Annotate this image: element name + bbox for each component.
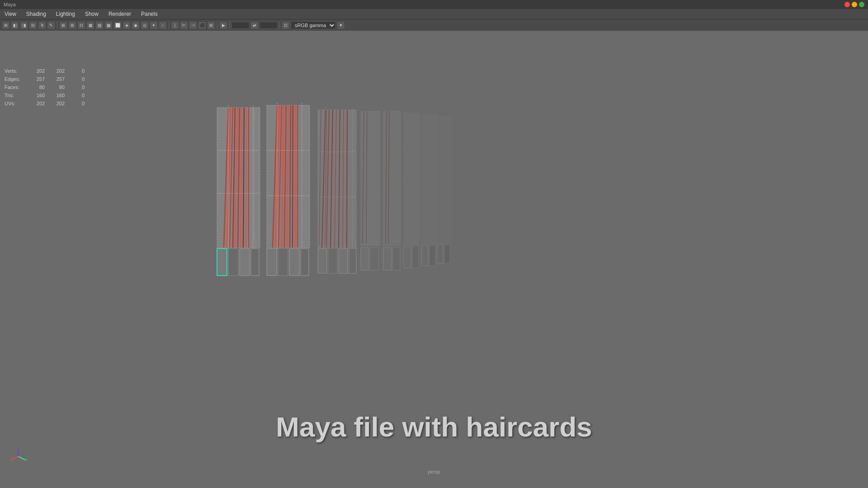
colorspace-dropdown[interactable]: sRGB gamma (291, 21, 336, 29)
svg-rect-69 (444, 244, 450, 263)
stat-val-verts-2: 202 (47, 67, 65, 75)
toolbar-btn-14[interactable]: ◈ (123, 21, 131, 29)
svg-rect-54 (349, 249, 356, 273)
toolbar-btn-3[interactable]: ◨ (20, 21, 28, 29)
svg-line-46 (347, 110, 347, 248)
toolbar-btn-20[interactable]: ⊢ (180, 21, 188, 29)
toolbar-btn-2[interactable]: ◧ (11, 21, 19, 29)
toolbar-btn-5[interactable]: 🖱 (38, 21, 46, 29)
window-controls (844, 2, 864, 7)
toolbar-btn-22[interactable]: ⬛ (198, 21, 206, 29)
svg-rect-51 (318, 249, 327, 273)
stat-row-edges: Edges: 257 257 0 (5, 75, 85, 83)
stat-val-uvs-1: 202 (27, 99, 45, 108)
toolbar: ⊞ ◧ ◨ ⊟ 🖱 ✎ ⊞ ⊞ ⊡ ▦ ▨ ▩ ⬜ ◈ ◉ ◎ ✦ ○ | ⊢ … (0, 19, 868, 31)
toolbar-btn-18[interactable]: ○ (159, 21, 167, 29)
menu-shading[interactable]: Shading (24, 10, 49, 18)
value2-input[interactable]: 1.00 (259, 22, 278, 29)
toolbar-btn-17[interactable]: ✦ (150, 21, 158, 29)
menu-bar: View Shading Lighting Show Renderer Pane… (0, 9, 868, 19)
svg-rect-66 (429, 245, 435, 266)
svg-rect-38 (301, 249, 309, 276)
stat-val-tris-1: 160 (27, 91, 45, 99)
stat-label-tris: Tris: (5, 91, 25, 99)
axis-x-label: X (26, 458, 27, 461)
svg-rect-15 (217, 249, 227, 276)
svg-rect-63 (412, 246, 419, 268)
svg-rect-68 (437, 244, 443, 263)
stat-val-edges-3: 0 (66, 75, 85, 83)
stat-val-tris-2: 160 (47, 91, 65, 99)
stat-label-uvs: UVs: (5, 99, 25, 108)
app-title: Maya (4, 2, 16, 7)
toolbar-btn-4[interactable]: ⊟ (29, 21, 37, 29)
svg-rect-18 (251, 249, 259, 276)
svg-line-78 (11, 456, 18, 460)
toolbar-btn-21[interactable]: ⊣ (189, 21, 197, 29)
stat-row-verts: Verts: 202 202 0 (5, 67, 85, 75)
stat-val-verts-1: 202 (27, 67, 45, 75)
separator-3 (217, 22, 217, 29)
value1-input[interactable]: 0.00 (231, 22, 250, 29)
stat-label-edges: Edges: (5, 75, 25, 83)
toolbar-btn-19[interactable]: | (171, 21, 179, 29)
close-button[interactable] (844, 2, 850, 7)
toolbar-btn-24[interactable]: ▶ (219, 21, 227, 29)
toolbar-btn-display[interactable]: ⊡ (282, 21, 290, 29)
toolbar-btn-10[interactable]: ▦ (86, 21, 94, 29)
toolbar-btn-11[interactable]: ▨ (95, 21, 104, 29)
svg-line-27 (290, 105, 291, 248)
minimize-button[interactable] (852, 2, 857, 7)
svg-rect-35 (267, 249, 277, 276)
viewport: Verts: 202 202 0 Edges: 257 257 0 Faces:… (0, 31, 868, 479)
menu-view[interactable]: View (2, 10, 19, 18)
toolbar-btn-1[interactable]: ⊞ (2, 21, 10, 29)
separator-4 (229, 22, 230, 29)
haircard-visualization (203, 103, 457, 306)
svg-rect-57 (370, 248, 378, 270)
svg-rect-53 (339, 249, 348, 273)
stat-row-tris: Tris: 160 160 0 (5, 91, 85, 99)
toolbar-btn-15[interactable]: ◉ (132, 21, 140, 29)
stat-label-faces: Faces: (5, 83, 25, 91)
stat-val-faces-1: 80 (27, 83, 45, 91)
axis-y-label: Y (17, 447, 19, 450)
stat-val-uvs-3: 0 (66, 99, 85, 108)
menu-lighting[interactable]: Lighting (53, 10, 78, 18)
stat-val-faces-3: 0 (66, 83, 85, 91)
toolbar-btn-13[interactable]: ⬜ (113, 21, 122, 29)
svg-rect-52 (328, 249, 337, 273)
viewport-persp-label: persp (428, 469, 440, 474)
svg-rect-62 (404, 246, 411, 268)
toolbar-btn-9[interactable]: ⊡ (77, 21, 85, 29)
toolbar-btn-dropdown[interactable]: ▼ (337, 21, 345, 29)
maximize-button[interactable] (859, 2, 864, 7)
stat-val-faces-2: 80 (47, 83, 65, 91)
svg-rect-61 (404, 113, 420, 245)
menu-renderer[interactable]: Renderer (106, 10, 134, 18)
menu-panels[interactable]: Panels (138, 10, 160, 18)
svg-rect-64 (422, 115, 436, 244)
svg-line-28 (292, 105, 293, 248)
stat-val-tris-3: 0 (66, 91, 85, 99)
toolbar-btn-16[interactable]: ◎ (141, 21, 149, 29)
axis-z-label: Z (9, 458, 12, 461)
menu-show[interactable]: Show (82, 10, 101, 18)
stat-val-verts-3: 0 (66, 67, 85, 75)
toolbar-btn-8[interactable]: ⊞ (68, 21, 76, 29)
stat-val-edges-1: 257 (27, 75, 45, 83)
toolbar-btn-6[interactable]: ✎ (47, 21, 55, 29)
svg-line-9 (246, 108, 246, 248)
axis-gizmo: X Y Z (9, 447, 27, 465)
svg-rect-37 (289, 249, 299, 276)
separator-1 (57, 22, 57, 29)
stat-val-edges-2: 257 (47, 75, 65, 83)
svg-rect-59 (383, 248, 392, 270)
stat-label-verts: Verts: (5, 67, 25, 75)
stat-val-uvs-2: 202 (47, 99, 65, 108)
toolbar-btn-arrow[interactable]: ⇄ (250, 21, 259, 29)
separator-5 (279, 22, 280, 29)
toolbar-btn-7[interactable]: ⊞ (59, 21, 67, 29)
toolbar-btn-12[interactable]: ▩ (104, 21, 113, 29)
toolbar-btn-23[interactable]: ⊞ (207, 21, 215, 29)
